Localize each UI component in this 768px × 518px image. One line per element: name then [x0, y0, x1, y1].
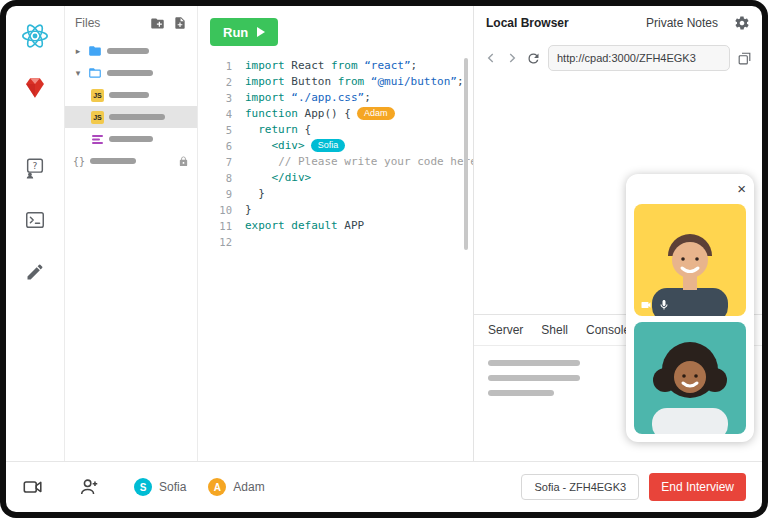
code-token: import: [245, 59, 291, 72]
line-number: 9: [210, 186, 232, 202]
refresh-button[interactable]: [526, 51, 541, 66]
code-token: {: [298, 123, 311, 136]
browser-toolbar: http://cpad:3000/ZFH4EGK3: [474, 40, 762, 76]
gear-icon: [734, 15, 750, 31]
participant-name: Adam: [233, 480, 264, 494]
code-token: App: [305, 107, 325, 120]
file-name-skeleton: [107, 48, 149, 54]
code-token: // Please write your code here: [278, 155, 473, 168]
code-line[interactable]: 3import “./app.css”;: [210, 90, 473, 106]
line-number: 1: [210, 58, 232, 74]
camera-icon[interactable]: [640, 299, 652, 311]
code-line[interactable]: 5 return {: [210, 122, 473, 138]
skeleton-line: [488, 360, 580, 366]
code-line[interactable]: 1import React from “react”;: [210, 58, 473, 74]
code-line[interactable]: 6 <div>Sofia: [210, 138, 473, 154]
sidebar-item-draw[interactable]: [17, 254, 53, 290]
refresh-icon: [526, 51, 541, 66]
svg-text:?: ?: [33, 160, 38, 171]
left-icon-sidebar: ?: [6, 6, 65, 461]
new-file-button[interactable]: [173, 16, 187, 30]
code-line[interactable]: 7 // Please write your code here: [210, 154, 473, 170]
code-text: // Please write your code here: [245, 154, 473, 170]
file-row-folder-open[interactable]: ▾: [65, 62, 197, 84]
file-name-skeleton: [107, 70, 153, 76]
code-text: import “./app.css”;: [245, 90, 371, 106]
settings-button[interactable]: [734, 15, 750, 31]
code-token: [245, 187, 258, 200]
code-token: “react”: [364, 59, 410, 72]
code-line[interactable]: 4function App() {Adam: [210, 106, 473, 122]
participant-name: Sofia: [159, 480, 186, 494]
file-name-skeleton: [109, 114, 165, 120]
mic-icon[interactable]: [658, 299, 670, 311]
code-token: ;: [364, 91, 371, 104]
file-row-js-selected[interactable]: JS: [65, 106, 197, 128]
code-token: ;: [457, 75, 464, 88]
file-row-js[interactable]: JS: [65, 84, 197, 106]
code-token: from: [338, 75, 371, 88]
code-token: “@mui/button”: [371, 75, 457, 88]
chevron-left-icon: [484, 51, 498, 65]
sidebar-item-terminal[interactable]: [17, 202, 53, 238]
popout-icon: [737, 51, 752, 66]
new-folder-button[interactable]: [150, 16, 165, 31]
code-text: </div>: [245, 170, 311, 186]
ruby-logo-icon: [22, 75, 48, 101]
video-thumb-adam[interactable]: [634, 204, 746, 316]
room-input[interactable]: [521, 474, 639, 500]
skeleton-line: [488, 390, 554, 396]
file-row-purple[interactable]: [65, 128, 197, 150]
video-thumb-sofia[interactable]: [634, 322, 746, 434]
local-browser-title[interactable]: Local Browser: [486, 16, 569, 30]
forward-button[interactable]: [505, 51, 519, 65]
url-bar[interactable]: http://cpad:3000/ZFH4EGK3: [548, 45, 730, 71]
tab-console[interactable]: Console: [586, 323, 630, 337]
participant-chip-adam[interactable]: A Adam: [208, 478, 264, 496]
browser-header: Local Browser Private Notes: [474, 6, 762, 40]
code-token: from: [331, 59, 364, 72]
end-interview-button[interactable]: End Interview: [649, 473, 746, 501]
code-line[interactable]: 9 }: [210, 186, 473, 202]
tab-shell[interactable]: Shell: [541, 323, 568, 337]
braces-file-icon: {}: [73, 156, 85, 167]
terminal-icon: [24, 209, 46, 231]
add-participant-button[interactable]: [78, 476, 100, 498]
code-text: function App() {Adam: [245, 106, 395, 122]
code-token: function: [245, 107, 305, 120]
code-line[interactable]: 8 </div>: [210, 170, 473, 186]
camera-toggle-button[interactable]: [22, 476, 44, 498]
file-row-folder-collapsed[interactable]: ▸: [65, 40, 197, 62]
code-line[interactable]: 2import Button from “@mui/button”;: [210, 74, 473, 90]
sofia-cursor-label: Sofia: [311, 139, 346, 152]
code-token: }: [245, 203, 252, 216]
private-notes-link[interactable]: Private Notes: [646, 16, 718, 30]
editor-scrollbar[interactable]: [464, 58, 468, 250]
sidebar-item-ruby[interactable]: [17, 70, 53, 106]
tab-server[interactable]: Server: [488, 323, 523, 337]
code-token: APP: [344, 219, 364, 232]
participant-chip-sofia[interactable]: S Sofia: [134, 478, 186, 496]
purple-file-icon: [91, 133, 104, 146]
question-card-icon: ?: [24, 157, 46, 179]
back-button[interactable]: [484, 51, 498, 65]
folder-open-icon: [88, 66, 102, 80]
close-button[interactable]: ×: [737, 182, 746, 198]
line-number: 11: [210, 218, 232, 234]
sidebar-item-question[interactable]: ?: [17, 150, 53, 186]
code-token: import: [245, 91, 291, 104]
code-lines: 1import React from “react”;2import Butto…: [210, 58, 473, 250]
code-line[interactable]: 10}: [210, 202, 473, 218]
line-number: 4: [210, 106, 232, 122]
code-token: () {: [324, 107, 351, 120]
play-icon: [257, 27, 265, 37]
run-button[interactable]: Run: [210, 18, 278, 46]
popout-button[interactable]: [737, 51, 752, 66]
code-text: }: [245, 202, 252, 218]
code-line[interactable]: 11export default APP: [210, 218, 473, 234]
code-editor[interactable]: Run 1import React from “react”;2import B…: [198, 6, 473, 461]
js-file-icon: JS: [91, 111, 104, 124]
code-line[interactable]: 12: [210, 234, 473, 250]
sidebar-item-react[interactable]: [17, 18, 53, 54]
file-row-braces-locked[interactable]: {}: [65, 150, 197, 172]
